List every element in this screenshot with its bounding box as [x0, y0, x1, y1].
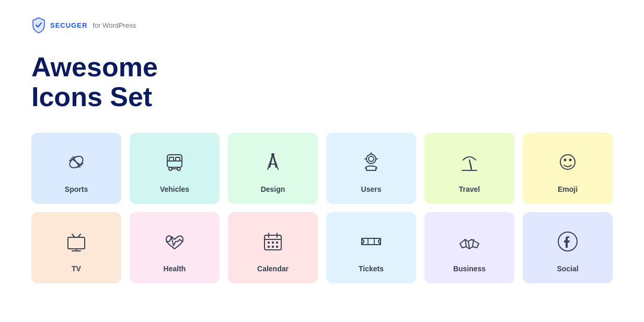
users-label: Users: [361, 185, 382, 193]
svg-point-17: [565, 159, 566, 161]
svg-rect-30: [276, 242, 278, 244]
vehicles-label: Vehicles: [160, 185, 189, 193]
tickets-icon: [356, 227, 386, 256]
vehicles-icon: [160, 147, 189, 177]
facebook-icon: [553, 227, 582, 256]
design-label: Design: [261, 185, 285, 193]
icon-card-facebook[interactable]: Social: [523, 212, 613, 283]
icon-card-vehicles[interactable]: Vehicles: [130, 133, 220, 204]
svg-rect-33: [276, 246, 278, 248]
svg-rect-3: [176, 157, 180, 161]
sports-label: Sports: [65, 185, 88, 193]
svg-rect-31: [268, 246, 270, 248]
calendar-label: Calendar: [257, 264, 289, 273]
page-title: Awesome Icons Set: [31, 52, 613, 112]
emoji-label: Emoji: [558, 185, 578, 193]
tickets-label: Tickets: [359, 264, 384, 273]
icon-card-design[interactable]: Design: [228, 133, 318, 204]
handshake-icon: [455, 227, 484, 256]
svg-rect-2: [169, 157, 174, 161]
icon-card-tickets[interactable]: Tickets: [326, 212, 416, 283]
icon-card-health[interactable]: Health: [130, 212, 220, 283]
design-icon: [258, 147, 288, 177]
svg-rect-19: [68, 237, 85, 249]
brand-logo-icon: [31, 17, 46, 33]
svg-rect-29: [272, 242, 274, 244]
users-icon: [356, 147, 386, 177]
travel-icon: [455, 147, 484, 177]
svg-point-10: [369, 156, 374, 162]
facebook-label: Social: [557, 264, 578, 273]
travel-label: Travel: [459, 185, 480, 193]
tv-icon: [62, 227, 91, 256]
header: SECUGER for WordPress: [31, 17, 613, 33]
icon-card-emoji[interactable]: Emoji: [523, 133, 613, 204]
health-label: Health: [164, 264, 186, 273]
sports-icon: [62, 147, 91, 177]
tv-label: TV: [72, 264, 81, 273]
brand-suffix: for WordPress: [93, 21, 136, 29]
handshake-label: Business: [453, 264, 486, 273]
icon-card-travel[interactable]: Travel: [424, 133, 514, 204]
icon-grid-row2: TV Health: [31, 212, 613, 283]
calendar-icon: [258, 227, 288, 256]
icon-card-sports[interactable]: Sports: [31, 133, 121, 204]
page-container: SECUGER for WordPress Awesome Icons Set …: [0, 0, 644, 322]
icon-card-tv[interactable]: TV: [31, 212, 121, 283]
svg-rect-28: [268, 242, 270, 244]
svg-point-9: [366, 154, 376, 164]
svg-point-18: [570, 159, 571, 161]
icon-card-handshake[interactable]: Business: [424, 212, 514, 283]
health-icon: [160, 227, 189, 256]
svg-rect-32: [272, 246, 274, 248]
icon-card-calendar[interactable]: Calendar: [228, 212, 318, 283]
emoji-icon: [553, 147, 582, 177]
icon-card-users[interactable]: Users: [326, 133, 416, 204]
brand-name: SECUGER: [50, 21, 87, 29]
icon-grid-row1: Sports Vehicles: [31, 133, 613, 204]
